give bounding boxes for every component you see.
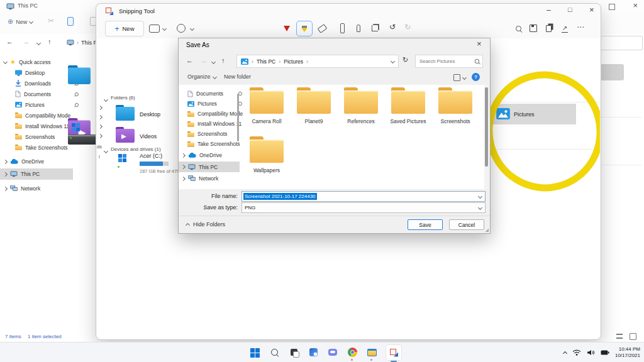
highlighter-tool-selected[interactable]	[296, 21, 313, 36]
ballpoint-pen-tool[interactable]	[280, 22, 294, 35]
crop-tool[interactable]	[368, 22, 382, 35]
snip-delay-clock-icon[interactable]	[177, 24, 186, 33]
zoom-button[interactable]	[511, 22, 525, 35]
widgets-button[interactable]	[308, 347, 319, 358]
dialog-forward-button[interactable]: →	[200, 57, 207, 64]
chrome-button[interactable]	[347, 347, 358, 358]
copy-button[interactable]	[541, 22, 555, 35]
folder-tile-saved-pictures[interactable]: Saved Pictures	[386, 87, 431, 124]
dialog-search-box[interactable]	[415, 55, 483, 68]
snip-mode-rectangle-icon[interactable]	[149, 25, 160, 33]
dialog-refresh-button[interactable]: ↻	[402, 57, 408, 63]
eraser-tool[interactable]	[315, 22, 329, 35]
minimize-button[interactable]: –	[547, 6, 551, 14]
folder-icon	[250, 136, 284, 163]
dialog-sidebar-pictures[interactable]: Pictures	[179, 99, 245, 109]
file-explorer-button[interactable]	[366, 347, 377, 358]
details-view-button[interactable]	[616, 334, 623, 339]
wifi-icon[interactable]	[572, 349, 581, 356]
snip-titlebar[interactable]: Snipping Tool – □ ×	[96, 4, 601, 18]
new-button[interactable]: ⊕ New	[8, 18, 33, 26]
dialog-sidebar-take-screenshots[interactable]: Take Screenshots	[179, 139, 243, 149]
dialog-sidebar-install-windows[interactable]: Install Windows 11	[179, 119, 243, 129]
icons-view-button[interactable]	[630, 333, 636, 340]
cut-icon[interactable]: ✂	[48, 16, 54, 25]
folder-tile-references[interactable]: References	[338, 87, 384, 124]
sidebar-item-pictures[interactable]: Pictures	[0, 99, 84, 110]
explorer-search-box[interactable]	[596, 36, 643, 50]
battery-icon[interactable]	[601, 350, 609, 355]
dialog-sidebar-screenshots[interactable]: Screenshots	[179, 129, 243, 139]
file-name-value-selected[interactable]: Screenshot 2021-10-17 224430	[243, 193, 317, 200]
folder-tile-planet9[interactable]: Planet9	[291, 87, 336, 124]
sidebar-item-network[interactable]: Network	[0, 183, 73, 194]
copy-icon[interactable]	[67, 17, 74, 26]
close-button[interactable]: ×	[633, 1, 638, 9]
folder-tile-camera-roll[interactable]: Camera Roll	[244, 87, 289, 124]
redo-button[interactable]: ↻	[404, 23, 411, 31]
save-button[interactable]	[526, 22, 540, 35]
new-folder-button[interactable]: New folder	[224, 74, 251, 80]
snip-new-button[interactable]: + New	[105, 21, 144, 36]
maximize-button[interactable]: □	[568, 6, 572, 13]
views-button[interactable]	[453, 74, 460, 81]
dialog-sidebar-this-pc[interactable]: This PC	[179, 162, 240, 172]
sidebar-group-quick-access[interactable]: ★ Quick access	[0, 57, 73, 67]
cancel-button[interactable]: Cancel	[449, 219, 484, 230]
dialog-sidebar-network[interactable]: Network	[179, 173, 240, 184]
save-type-combo[interactable]: PNG	[242, 202, 486, 213]
captured-pictures-label: Pictures	[514, 111, 535, 118]
undo-button[interactable]: ↺	[389, 23, 396, 31]
dialog-back-button[interactable]: ←	[186, 57, 193, 64]
views-chevron[interactable]	[462, 75, 467, 80]
close-button[interactable]: ×	[589, 6, 594, 14]
clock[interactable]: 10:44 PM 10/17/2021	[615, 346, 640, 359]
recent-locations-chevron[interactable]	[36, 41, 41, 45]
dialog-sidebar-documents[interactable]: Documents	[179, 89, 245, 99]
resize-grip[interactable]	[485, 228, 489, 232]
dialog-recent-chevron[interactable]	[211, 60, 216, 64]
task-view-button[interactable]	[288, 347, 299, 358]
dialog-breadcrumb-box[interactable]: › This PC › Pictures ›	[236, 55, 399, 68]
dialog-up-button[interactable]: ↑	[221, 57, 225, 64]
dialog-close-button[interactable]: ×	[477, 40, 482, 48]
snip-mode-chevron[interactable]	[162, 26, 167, 31]
folder-icon	[15, 145, 22, 150]
help-button[interactable]: ?	[472, 73, 480, 81]
address-dropdown-chevron[interactable]	[391, 59, 395, 63]
more-options-button[interactable]: ⋯	[577, 23, 584, 31]
crumb-pictures[interactable]: Pictures	[284, 58, 303, 65]
sidebar-scrollbar[interactable]	[237, 94, 239, 141]
sidebar-item-onedrive[interactable]: OneDrive	[0, 156, 73, 167]
search-input[interactable]	[418, 58, 474, 65]
hard-drive-icon	[68, 134, 97, 145]
captured-text-fragment: ds	[97, 144, 102, 150]
dialog-sidebar-onedrive[interactable]: OneDrive	[179, 150, 240, 160]
up-button[interactable]: ↑	[48, 38, 52, 45]
sidebar-item-this-pc[interactable]: This PC	[0, 168, 73, 180]
back-button[interactable]: ←	[6, 38, 13, 45]
hidden-icons-chevron[interactable]	[563, 351, 567, 355]
save-button[interactable]: Save	[408, 219, 443, 230]
combo-chevron[interactable]	[478, 206, 482, 210]
volume-icon[interactable]	[587, 349, 595, 356]
forward-button[interactable]: →	[23, 38, 30, 45]
file-list-scrollbar-thumb[interactable]	[485, 87, 488, 167]
search-button[interactable]	[269, 347, 280, 358]
hide-folders-button[interactable]: Hide Folders	[186, 221, 225, 228]
file-name-combo[interactable]: Screenshot 2021-10-17 224430	[242, 191, 486, 202]
chat-button[interactable]	[327, 347, 338, 358]
snipping-tool-button[interactable]	[386, 344, 402, 361]
crumb-this-pc[interactable]: This PC	[257, 58, 275, 65]
share-button[interactable]: ↗	[558, 22, 572, 35]
snip-delay-chevron[interactable]	[190, 26, 194, 31]
dialog-sidebar-compatibility[interactable]: Compatibility Mode	[179, 109, 243, 119]
restore-button[interactable]	[609, 4, 615, 10]
ruler-tool[interactable]	[335, 22, 349, 35]
touch-writing-tool[interactable]	[352, 22, 365, 35]
organize-button[interactable]: Organize	[187, 74, 216, 80]
folder-tile-wallpapers[interactable]: Wallpapers	[244, 136, 289, 173]
folder-tile-screenshots[interactable]: Screenshots	[433, 87, 478, 124]
combo-chevron[interactable]	[478, 194, 482, 199]
start-button[interactable]	[249, 347, 260, 358]
